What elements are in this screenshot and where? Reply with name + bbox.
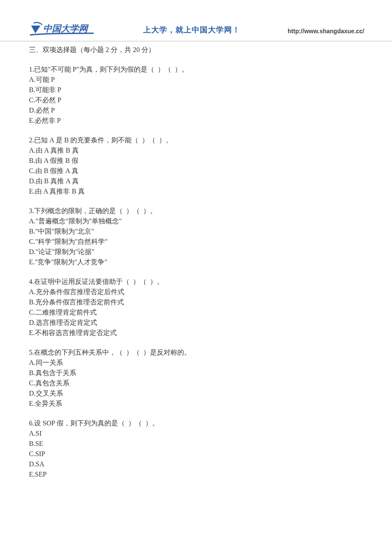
question-1: 1.已知"不可能 P"为真，则下列为假的是（ ）（ ）。 A.可能 P B.可能…: [29, 64, 363, 126]
question-stem: 6.设 SOP 假，则下列为真的是（ ）（ ）。: [29, 418, 363, 428]
question-option: A.可能 P: [29, 75, 363, 85]
question-option: B.由 A 假推 B 假: [29, 156, 363, 166]
question-option: C.由 B 假推 A 真: [29, 166, 363, 176]
question-option: B."中国"限制为"北京": [29, 226, 363, 237]
question-stem: 4.在证明中运用反证法要借助于（ ）（ ）。: [29, 277, 363, 287]
question-5: 5.在概念的下列五种关系中，（ ）（ ）是反对称的。 A.同一关系 B.真包含于…: [29, 347, 363, 409]
question-option: E.不相容选言推理肯定否定式: [29, 328, 363, 338]
question-option: C.二难推理肯定前件式: [29, 307, 363, 318]
question-option: C."科学"限制为"自然科学": [29, 237, 363, 247]
logo-icon: 中国大学网: [28, 21, 96, 38]
question-stem: 3.下列概念的限制，正确的是（ ）（ ）。: [29, 206, 363, 216]
question-option: A.同一关系: [29, 358, 363, 368]
page-header: 中国大学网 上大学，就上中国大学网！ http://www.shangdaxue…: [0, 0, 392, 41]
document-body: 三、双项选择题（每小题 2 分，共 20 分） 1.已知"不可能 P"为真，则下…: [0, 41, 392, 480]
site-url: http://www.shangdaxue.cc/: [288, 27, 364, 38]
question-option: E.全异关系: [29, 399, 363, 409]
question-option: D.必然 P: [29, 105, 363, 116]
question-option: E."竞争"限制为"人才竞争": [29, 257, 363, 267]
svg-text:中国大学网: 中国大学网: [43, 23, 89, 34]
question-option: D."论证"限制为"论据": [29, 247, 363, 257]
question-option: A.充分条件假言推理否定后件式: [29, 287, 363, 297]
section-title: 三、双项选择题（每小题 2 分，共 20 分）: [29, 45, 363, 55]
question-option: E.必然非 P: [29, 116, 363, 126]
site-slogan: 上大学，就上中国大学网！: [143, 24, 240, 38]
question-option: E.由 A 真推非 B 真: [29, 186, 363, 197]
question-stem: 5.在概念的下列五种关系中，（ ）（ ）是反对称的。: [29, 347, 363, 358]
question-option: D.选言推理否定肯定式: [29, 318, 363, 328]
question-option: B.可能非 P: [29, 85, 363, 95]
question-stem: 1.已知"不可能 P"为真，则下列为假的是（ ）（ ）。: [29, 64, 363, 75]
question-option: D.交叉关系: [29, 388, 363, 399]
site-logo: 中国大学网: [28, 21, 96, 38]
question-option: B.SE: [29, 439, 363, 449]
question-3: 3.下列概念的限制，正确的是（ ）（ ）。 A."普遍概念"限制为"单独概念" …: [29, 206, 363, 267]
question-option: C.SIP: [29, 449, 363, 459]
question-6: 6.设 SOP 假，则下列为真的是（ ）（ ）。 A.SI B.SE C.SIP…: [29, 418, 363, 480]
question-option: D.由 B 真推 A 真: [29, 176, 363, 186]
question-option: B.真包含于关系: [29, 368, 363, 378]
question-option: A."普遍概念"限制为"单独概念": [29, 216, 363, 226]
question-option: A.由 A 真推 B 真: [29, 145, 363, 156]
question-2: 2.已知 A 是 B 的充要条件，则不能（ ）（ ）。 A.由 A 真推 B 真…: [29, 135, 363, 197]
question-option: E.SEP: [29, 469, 363, 480]
question-stem: 2.已知 A 是 B 的充要条件，则不能（ ）（ ）。: [29, 135, 363, 145]
question-option: C.真包含关系: [29, 378, 363, 388]
question-option: C.不必然 P: [29, 95, 363, 105]
question-option: D.SA: [29, 459, 363, 469]
question-option: A.SI: [29, 428, 363, 439]
question-option: B.充分条件假言推理否定前件式: [29, 297, 363, 307]
question-4: 4.在证明中运用反证法要借助于（ ）（ ）。 A.充分条件假言推理否定后件式 B…: [29, 277, 363, 338]
